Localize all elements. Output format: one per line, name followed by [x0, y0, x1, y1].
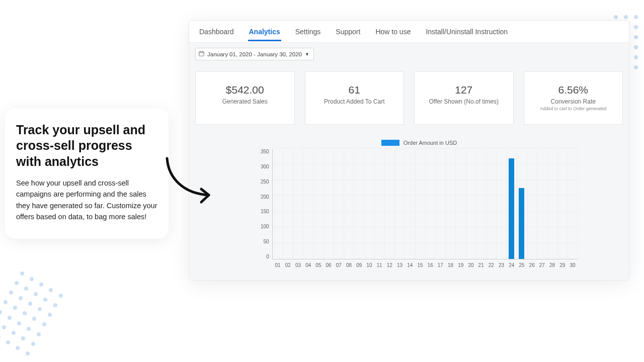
x-tick: 10 — [364, 262, 374, 268]
x-tick: 17 — [435, 262, 445, 268]
pointer-arrow-icon — [161, 156, 221, 211]
y-tick: 0 — [266, 254, 269, 259]
y-tick: 150 — [261, 209, 269, 214]
y-tick: 50 — [264, 239, 269, 244]
x-tick: 20 — [466, 262, 476, 268]
stat-value: 61 — [310, 84, 399, 96]
decorative-dots-bottom-left — [0, 272, 65, 362]
grid-line — [568, 149, 568, 259]
x-tick: 14 — [405, 262, 415, 268]
x-tick: 08 — [344, 262, 354, 268]
legend-label: Order Amount in USD — [404, 140, 457, 146]
grid-line — [313, 149, 314, 259]
grid-line — [435, 149, 436, 259]
x-tick: 02 — [283, 262, 293, 268]
stat-label: Conversion Rate — [529, 98, 618, 105]
tab-dashboard[interactable]: Dashboard — [198, 22, 235, 41]
tab-how-to-use[interactable]: How to use — [374, 22, 412, 41]
x-tick: 04 — [303, 262, 313, 268]
stat-sublabel: Added to cart to Order generated — [529, 106, 618, 111]
stat-conversion-rate: 6.56% Conversion Rate Added to cart to O… — [524, 71, 623, 125]
x-tick: 22 — [486, 262, 496, 268]
chart-bar — [519, 188, 524, 259]
x-tick: 26 — [527, 262, 537, 268]
grid-line — [273, 148, 578, 148]
promo-title: Track your upsell and cross-sell progres… — [16, 122, 157, 169]
chart-bar — [509, 158, 514, 259]
grid-line — [293, 149, 293, 259]
x-tick: 07 — [334, 262, 344, 268]
grid-line — [476, 149, 476, 259]
app-body: January 01, 2020 - January 30, 2020 ▼ $5… — [189, 43, 629, 280]
y-tick: 350 — [261, 149, 269, 154]
grid-line — [517, 149, 517, 259]
stat-value: 127 — [420, 84, 508, 96]
x-tick: 29 — [557, 262, 568, 268]
date-range-text: January 01, 2020 - January 30, 2020 — [207, 51, 302, 57]
x-tick: 09 — [354, 262, 364, 268]
stat-generated-sales: $542.00 Generated Sales — [195, 71, 295, 125]
promo-card: Track your upsell and cross-sell progres… — [5, 108, 169, 239]
stat-label: Offer Shown (No.of times) — [420, 98, 508, 105]
grid-line — [537, 149, 537, 259]
chart-plot-wrap: 350300250200150100500 — [261, 149, 578, 259]
svg-rect-0 — [199, 52, 204, 56]
y-tick: 100 — [261, 224, 269, 229]
stat-value: 6.56% — [529, 84, 618, 96]
grid-line — [324, 149, 324, 259]
chevron-down-icon: ▼ — [305, 52, 309, 57]
tab-support[interactable]: Support — [335, 22, 361, 41]
grid-line — [425, 149, 426, 259]
grid-line — [486, 149, 487, 259]
x-tick: 13 — [394, 262, 405, 268]
stat-added-to-cart: 61 Product Added To Cart — [305, 71, 405, 125]
tab-bar: Dashboard Analytics Settings Support How… — [189, 21, 629, 43]
grid-line — [303, 149, 303, 259]
chart-area: Order Amount in USD 35030025020015010050… — [195, 140, 623, 268]
x-tick: 28 — [547, 262, 557, 268]
x-tick: 24 — [507, 262, 517, 268]
stat-label: Generated Sales — [201, 98, 289, 105]
chart-plot — [272, 149, 578, 259]
date-range-picker[interactable]: January 01, 2020 - January 30, 2020 ▼ — [195, 48, 314, 60]
grid-line — [364, 149, 365, 259]
grid-line — [445, 149, 446, 259]
tab-analytics[interactable]: Analytics — [248, 22, 281, 41]
tab-install-uninstall[interactable]: Install/Uninstall Instruction — [425, 22, 509, 41]
grid-line — [507, 149, 507, 259]
stats-row: $542.00 Generated Sales 61 Product Added… — [195, 71, 623, 125]
chart-legend: Order Amount in USD — [261, 140, 578, 146]
grid-line — [557, 149, 558, 259]
x-tick: 21 — [476, 262, 486, 268]
grid-line — [384, 149, 385, 259]
x-tick: 11 — [374, 262, 384, 268]
stat-label: Product Added To Cart — [310, 98, 399, 105]
x-tick: 18 — [445, 262, 455, 268]
grid-line — [415, 149, 416, 259]
y-tick: 200 — [261, 194, 269, 200]
x-tick: 16 — [425, 262, 435, 268]
grid-line — [455, 149, 456, 259]
promo-body: See how your upsell and cross-sell campa… — [16, 177, 157, 223]
x-tick: 01 — [273, 262, 283, 268]
grid-line — [578, 149, 578, 259]
grid-line — [334, 149, 334, 259]
stat-value: $542.00 — [201, 84, 289, 96]
legend-swatch — [381, 140, 399, 146]
chart-x-axis: 0102030405060708091011121314151617181920… — [273, 262, 578, 268]
grid-line — [344, 149, 344, 259]
y-tick: 300 — [261, 164, 269, 169]
x-tick: 30 — [568, 262, 578, 268]
x-tick: 25 — [517, 262, 527, 268]
x-tick: 06 — [324, 262, 334, 268]
x-tick: 12 — [384, 262, 394, 268]
x-tick: 19 — [456, 262, 466, 268]
grid-line — [354, 149, 354, 259]
grid-line — [466, 149, 466, 259]
calendar-icon — [199, 51, 204, 57]
grid-line — [547, 149, 547, 259]
grid-line — [394, 149, 395, 259]
grid-line — [374, 149, 375, 259]
y-tick: 250 — [261, 179, 269, 185]
tab-settings[interactable]: Settings — [294, 22, 322, 41]
